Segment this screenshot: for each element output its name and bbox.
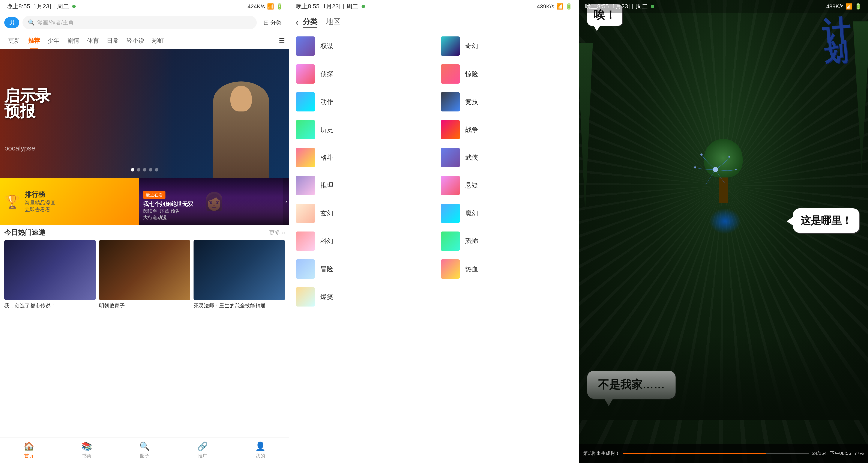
cat-row-sports[interactable]: 竞技 bbox=[434, 88, 579, 116]
cat-name-hotblood: 热血 bbox=[465, 265, 478, 274]
battery-icon: 🔋 bbox=[276, 3, 283, 10]
nav-tab-drama[interactable]: 剧情 bbox=[63, 32, 83, 49]
profile-icon: 👤 bbox=[255, 441, 266, 452]
cat-row-adventure[interactable]: 冒险 bbox=[289, 255, 434, 283]
bookshelf-label: 书架 bbox=[82, 453, 92, 459]
cat-thumb-sports bbox=[441, 92, 460, 112]
cat-row-mystery[interactable]: 悬疑 bbox=[434, 172, 579, 199]
reader-time: 晚上8:55 bbox=[585, 2, 609, 10]
cat-row-war[interactable]: 战争 bbox=[434, 116, 579, 144]
nav-tab-recommend[interactable]: 推荐 bbox=[24, 32, 44, 49]
location-text: 这是哪里！ bbox=[801, 215, 852, 226]
cat-row-action[interactable]: 动作 bbox=[289, 88, 434, 116]
cat-row-wuxia[interactable]: 武侠 bbox=[434, 144, 579, 172]
cat-name-horror: 恐怖 bbox=[465, 237, 478, 246]
cat-name-xuanhuan: 玄幻 bbox=[320, 209, 333, 218]
hot-item-3[interactable]: 死灵法师：重生的我全技能精通 bbox=[193, 240, 285, 309]
reader-panel: 晚上8:55 1月23日 周二 439K/s 📶 🔋 bbox=[579, 0, 868, 463]
reader-chapter: 第1话 重生成树！ bbox=[583, 450, 620, 457]
banner-area[interactable]: 启示录预报 pocalypse bbox=[0, 49, 289, 178]
cat-name-history: 历史 bbox=[320, 125, 333, 134]
hot-item-2-image bbox=[99, 240, 190, 300]
date-display: 1月23日 周二 bbox=[33, 2, 69, 10]
cat-name-mystery: 悬疑 bbox=[465, 181, 478, 190]
speech-bubble-location: 这是哪里！ bbox=[793, 208, 860, 233]
cat-row-horror[interactable]: 恐怖 bbox=[434, 227, 579, 255]
reader-status-right: 439K/s 📶 🔋 bbox=[826, 3, 862, 10]
bottom-nav-promote[interactable]: 🔗 推广 bbox=[174, 441, 231, 459]
cat-network-speed: 439K/s bbox=[537, 3, 554, 10]
cat-row-fantasy[interactable]: 奇幻 bbox=[434, 32, 579, 60]
reader-content[interactable]: 唉！ 计 划 这是哪里！ 不是我家…… bbox=[579, 0, 868, 463]
cat-thumb-mystery bbox=[441, 176, 460, 195]
cat-row-magic[interactable]: 魔幻 bbox=[434, 199, 579, 227]
status-bar-left: 晚上8:55 1月23日 周二 bbox=[6, 2, 76, 10]
blue-glow-effect bbox=[709, 208, 741, 234]
bottom-fade bbox=[579, 334, 868, 420]
nav-tab-rainbow[interactable]: 彩虹 bbox=[148, 32, 168, 49]
bottom-nav-profile[interactable]: 👤 我的 bbox=[231, 441, 289, 459]
recent-subtitle2: 大行道动漫 bbox=[143, 214, 285, 221]
nav-tab-novel[interactable]: 轻小说 bbox=[123, 32, 148, 49]
nav-tab-youth[interactable]: 少年 bbox=[44, 32, 63, 49]
cat-name-sports: 竞技 bbox=[465, 97, 478, 106]
nav-tab-sport[interactable]: 体育 bbox=[83, 32, 103, 49]
cat-thumb-xuanhuan bbox=[296, 204, 315, 223]
cat-row-reasoning[interactable]: 推理 bbox=[289, 172, 434, 199]
cat-name-adventure: 冒险 bbox=[320, 265, 333, 274]
svg-point-3 bbox=[735, 169, 737, 171]
bottom-nav-circle[interactable]: 🔍 圈子 bbox=[116, 441, 174, 459]
recent-arrow: › bbox=[283, 178, 289, 225]
gender-tag[interactable]: 男 bbox=[4, 17, 19, 28]
cat-row-funny[interactable]: 爆笑 bbox=[289, 283, 434, 311]
cat-status-left: 晚上8:55 1月23日 周二 bbox=[296, 2, 365, 10]
cat-row-xuanhuan[interactable]: 玄幻 bbox=[289, 199, 434, 227]
cat-name-scifi: 科幻 bbox=[320, 237, 333, 246]
reader-bottom-bar: 第1话 重生成树！ 24/154 下午08:56 77% bbox=[579, 444, 868, 463]
hot-item-3-title: 死灵法师：重生的我全技能精通 bbox=[193, 302, 285, 309]
cat-thumb-thriller bbox=[441, 64, 460, 84]
promote-icon: 🔗 bbox=[197, 441, 208, 452]
more-link[interactable]: 更多 » bbox=[269, 229, 285, 237]
cat-row-zhentao[interactable]: 侦探 bbox=[289, 60, 434, 88]
cat-row-history[interactable]: 历史 bbox=[289, 116, 434, 144]
cat-row-hotblood[interactable]: 热血 bbox=[434, 255, 579, 283]
rank-title: 排行榜 bbox=[25, 190, 56, 199]
cat-tab-region[interactable]: 地区 bbox=[326, 17, 341, 28]
wifi-icon: 📶 bbox=[267, 3, 274, 10]
bottom-nav-home[interactable]: 🏠 首页 bbox=[0, 441, 58, 459]
rank-card[interactable]: 🏆 排行榜 海量精品漫画 立即去看看 bbox=[0, 178, 139, 225]
recent-tag: 最近在看 bbox=[143, 191, 165, 199]
back-button[interactable]: ‹ bbox=[296, 18, 299, 27]
cat-name-action: 动作 bbox=[320, 97, 333, 106]
hot-item-1-image bbox=[4, 240, 96, 300]
cat-thumb-adventure bbox=[296, 259, 315, 279]
cat-name-reasoning: 推理 bbox=[320, 181, 333, 190]
cat-row-fight[interactable]: 格斗 bbox=[289, 144, 434, 172]
category-button[interactable]: ⊞ 分类 bbox=[260, 17, 285, 28]
section-cards: 🏆 排行榜 海量精品漫画 立即去看看 👩 最近在看 我七个姐姐绝世无双 阅读至:… bbox=[0, 178, 289, 225]
cat-row-scifi[interactable]: 科幻 bbox=[289, 227, 434, 255]
nav-tab-daily[interactable]: 日常 bbox=[103, 32, 123, 49]
rank-text: 排行榜 海量精品漫画 立即去看看 bbox=[25, 190, 56, 213]
bottom-nav-bookshelf[interactable]: 📚 书架 bbox=[58, 441, 116, 459]
cat-thumb-action bbox=[296, 92, 315, 112]
menu-icon[interactable]: ☰ bbox=[279, 37, 285, 45]
hot-item-1[interactable]: 我，创造了都市传说！ bbox=[4, 240, 96, 309]
hot-item-2[interactable]: 明朝败家子 bbox=[99, 240, 190, 309]
hot-manga-3-bg bbox=[193, 240, 285, 300]
recent-card[interactable]: 👩 最近在看 我七个姐姐绝世无双 阅读至: 序章 预告 大行道动漫 › bbox=[139, 178, 289, 225]
cat-row-thriller[interactable]: 惊险 bbox=[434, 60, 579, 88]
search-box[interactable]: 🔍 漫画/作者/主角 bbox=[23, 16, 257, 29]
nav-tab-update[interactable]: 更新 bbox=[4, 32, 24, 49]
reader-battery-icon: 🔋 bbox=[855, 3, 862, 10]
cat-time: 晚上8:55 bbox=[296, 2, 319, 10]
svg-point-4 bbox=[713, 167, 718, 172]
progress-bar-track[interactable] bbox=[623, 453, 809, 454]
cat-thumb-fight bbox=[296, 148, 315, 167]
cat-tab-category[interactable]: 分类 bbox=[303, 17, 317, 28]
search-placeholder: 漫画/作者/主角 bbox=[37, 19, 74, 26]
search-icon: 🔍 bbox=[28, 19, 35, 26]
cat-thumb-horror bbox=[441, 232, 460, 251]
cat-row-quanmou[interactable]: 权谋 bbox=[289, 32, 434, 60]
